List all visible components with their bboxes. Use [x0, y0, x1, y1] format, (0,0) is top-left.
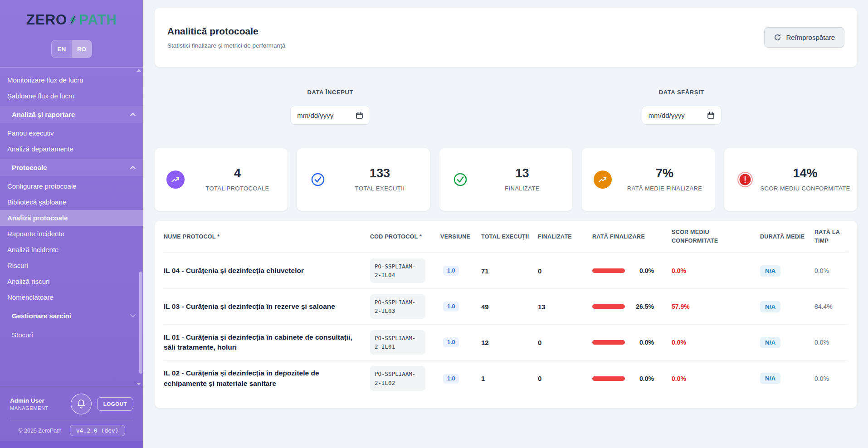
sidebar-item-sabloane-flux[interactable]: Șabloane flux de lucru: [0, 88, 143, 104]
sidebar-scrollbar[interactable]: [139, 272, 142, 374]
protocol-table-card: NUME PROTOCOL * COD PROTOCOL * VERSIUNE …: [155, 221, 857, 408]
calendar-icon[interactable]: [707, 112, 715, 119]
stat-total-executii: 133 TOTAL EXECUȚII: [297, 148, 430, 211]
sidebar-item-biblioteca-sabloane[interactable]: Bibliotecă șabloane: [0, 194, 143, 210]
completion-rate-bar: [592, 304, 625, 309]
version-badge: 1.0: [443, 266, 459, 276]
stat-value: 13: [472, 166, 572, 180]
on-time-rate-value: 0.0%: [814, 375, 848, 382]
sidebar-nav: Monitorizare flux de lucru Șabloane flux…: [0, 67, 143, 387]
lightning-bolt-icon: [68, 14, 78, 26]
start-date-field[interactable]: [297, 112, 342, 119]
completion-rate-bar: [592, 268, 625, 273]
sidebar-item-configurare-protocoale[interactable]: Configurare protocoale: [0, 178, 143, 194]
stat-value: 14%: [753, 166, 857, 180]
protocol-name: IL 04 - Curățenia și dezinfecția chiuvet…: [164, 266, 370, 276]
user-info: Admin User MANAGEMENT: [10, 397, 49, 411]
page-header-card: Analitică protocoale Statistici finaliza…: [155, 8, 857, 67]
bell-icon: [77, 399, 86, 409]
sidebar-section-gestionare-sarcini[interactable]: Gestionare sarcini: [0, 307, 143, 324]
col-finalizate: FINALIZATE: [538, 233, 592, 241]
table-row[interactable]: IL 02 - Curățenia și dezinfecția în depo…: [164, 360, 848, 396]
stat-label: TOTAL EXECUȚII: [330, 184, 430, 193]
table-header-row: NUME PROTOCOL * COD PROTOCOL * VERSIUNE …: [164, 221, 848, 253]
sidebar-header: ZERO PATH EN RO: [0, 0, 143, 67]
col-rata-finalizare: RATĂ FINALIZARE: [592, 233, 672, 241]
chevron-down-icon: [130, 314, 136, 318]
language-en-button[interactable]: EN: [52, 40, 72, 58]
end-date-label: DATA SFÂRȘIT: [659, 89, 704, 96]
sidebar-item-monitorizare-flux[interactable]: Monitorizare flux de lucru: [0, 72, 143, 88]
logout-button[interactable]: LOGOUT: [97, 397, 133, 411]
end-date-field[interactable]: [649, 112, 694, 119]
executions-value: 1: [481, 375, 538, 382]
table-row[interactable]: IL 04 - Curățenia și dezinfecția chiuvet…: [164, 253, 848, 289]
calendar-icon[interactable]: [356, 112, 363, 119]
language-toggle: EN RO: [51, 40, 92, 58]
completion-rate-value: 0.0%: [630, 267, 654, 274]
sidebar-item-analiza-protocoale[interactable]: Analiză protocoale: [0, 210, 143, 226]
user-name: Admin User: [10, 397, 49, 404]
sidebar-item-stocuri[interactable]: Stocuri: [0, 327, 143, 343]
completion-rate-bar: [592, 376, 625, 381]
protocol-code-badge: PO-SSPLIAAM-2-IL03: [370, 294, 425, 319]
sidebar-item-analiza-incidente[interactable]: Analiză incidente: [0, 242, 143, 258]
chevron-up-icon: [130, 112, 136, 117]
executions-value: 12: [481, 339, 538, 346]
scroll-up-icon[interactable]: [137, 69, 141, 72]
stat-value: 133: [330, 166, 430, 180]
sidebar-item-rapoarte-incidente[interactable]: Rapoarte incidente: [0, 226, 143, 242]
table-row[interactable]: IL 01 - Curățenia și dezinfecția în cabi…: [164, 325, 848, 360]
check-circle-icon: [309, 170, 327, 189]
logo-text-path: PATH: [79, 12, 117, 28]
completion-rate-cell: 26.5%: [592, 303, 672, 310]
completion-rate-value: 0.0%: [630, 375, 654, 382]
sidebar-item-analiza-departamente[interactable]: Analiză departamente: [0, 141, 143, 157]
page-subtitle: Statistici finalizare și metrici de perf…: [167, 42, 285, 49]
stat-label: RATĂ MEDIE FINALIZARE: [614, 184, 715, 193]
version-badge: v4.2.0 (dev): [70, 425, 125, 436]
sidebar-bottom-strip: [0, 441, 143, 448]
sidebar-item-analiza-riscuri[interactable]: Analiză riscuri: [0, 273, 143, 289]
col-total-executii: TOTAL EXECUȚII: [481, 233, 538, 241]
sidebar-item-panou-executiv[interactable]: Panou executiv: [0, 125, 143, 141]
compliance-score-value: 0.0%: [672, 339, 760, 346]
compliance-score-value: 0.0%: [672, 267, 760, 274]
table-row[interactable]: IL 03 - Curățenia și dezinfecția în reze…: [164, 289, 848, 325]
copyright-text: © 2025 ZeroPath: [18, 428, 61, 434]
scroll-down-icon[interactable]: [137, 383, 141, 385]
protocol-name: IL 02 - Curățenia și dezinfecția în depo…: [164, 368, 370, 389]
protocol-code-badge: PO-SSPLIAAM-2-IL02: [370, 366, 425, 391]
end-date-input[interactable]: [642, 106, 722, 125]
avg-duration-badge: N/A: [760, 337, 780, 348]
sidebar-section-protocoale[interactable]: Protocoale: [0, 159, 143, 176]
completion-rate-value: 26.5%: [630, 303, 654, 310]
section-label: Protocoale: [12, 164, 47, 171]
stat-cards: 4 TOTAL PROTOCOALE 133 TOTAL EXECUȚII 13…: [155, 148, 857, 211]
finalized-value: 13: [538, 303, 592, 311]
sidebar-item-riscuri[interactable]: Riscuri: [0, 258, 143, 273]
refresh-button[interactable]: Reîmprospătare: [764, 27, 844, 48]
sidebar-item-nomenclatoare[interactable]: Nomenclatoare: [0, 289, 143, 305]
chevron-up-icon: [130, 166, 136, 170]
completion-rate-value: 0.0%: [630, 339, 654, 346]
start-date-input[interactable]: [290, 106, 370, 125]
trending-up-icon: [594, 170, 612, 189]
language-ro-button[interactable]: RO: [72, 40, 92, 58]
completion-rate-cell: 0.0%: [592, 339, 672, 346]
start-date-label: DATA ÎNCEPUT: [307, 89, 353, 96]
notifications-button[interactable]: [71, 394, 92, 414]
col-nume-protocol: NUME PROTOCOL *: [164, 233, 370, 241]
executions-value: 71: [481, 267, 538, 275]
col-cod-protocol: COD PROTOCOL *: [370, 233, 440, 241]
section-label: Gestionare sarcini: [12, 312, 71, 320]
stat-label: SCOR MEDIU CONFORMITATE: [753, 184, 857, 193]
stat-value: 4: [187, 166, 288, 180]
protocol-name: IL 01 - Curățenia și dezinfecția în cabi…: [164, 332, 370, 353]
sidebar-section-analiza-raportare[interactable]: Analiză și raportare: [0, 106, 143, 123]
finalized-value: 0: [538, 339, 592, 346]
check-circle-icon: [451, 170, 469, 189]
stat-rata-medie-finalizare: 7% RATĂ MEDIE FINALIZARE: [582, 148, 715, 211]
on-time-rate-value: 84.4%: [814, 303, 848, 310]
user-role: MANAGEMENT: [10, 405, 49, 411]
